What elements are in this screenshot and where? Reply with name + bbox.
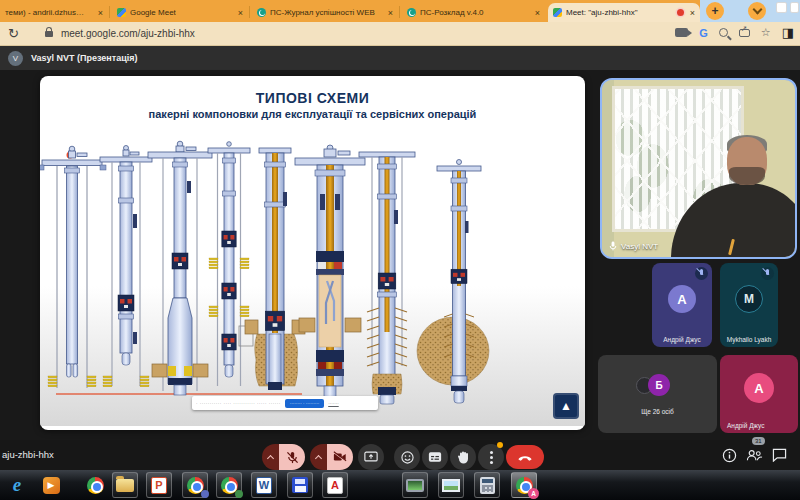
taskbar-save-app[interactable] <box>287 472 313 498</box>
taskbar-explorer[interactable] <box>112 472 138 498</box>
chat-button[interactable] <box>772 448 787 466</box>
taskbar-chrome[interactable] <box>82 472 108 498</box>
presenter-avatar: V <box>8 51 23 66</box>
taskbar-media-player[interactable]: ▶ <box>38 472 64 498</box>
reactions-button[interactable] <box>394 444 420 470</box>
tile-name: Андрій Джус <box>652 336 712 343</box>
leave-call-button[interactable] <box>506 445 544 469</box>
maximize-button[interactable] <box>790 2 799 13</box>
taskbar-powerpoint[interactable]: P <box>146 472 172 498</box>
lock-icon <box>45 31 53 37</box>
taskbar-word[interactable]: W <box>251 472 277 498</box>
close-icon[interactable]: × <box>238 8 243 18</box>
taskbar-chrome-profile-2[interactable] <box>216 472 242 498</box>
tab-google-meet[interactable]: Google Meet × <box>112 3 248 22</box>
camera-control[interactable] <box>310 444 353 470</box>
avatar: А <box>668 285 696 313</box>
participants-button[interactable] <box>746 448 763 466</box>
tab-schedule[interactable]: ПС-Розклад v.4.0 × <box>402 3 545 22</box>
camera-off-icon <box>333 451 347 463</box>
recording-banner: · ··········· ···· ··········· ····· ···… <box>192 396 378 410</box>
tab-label: ПС-Розклад v.4.0 <box>420 8 484 17</box>
tab-label: Google Meet <box>130 8 176 17</box>
mic-off-icon <box>761 267 774 280</box>
floppy-icon <box>292 477 308 493</box>
tab-journal[interactable]: ПС-Журнал успішності WEB × <box>252 3 398 22</box>
meet-control-bar: aju-zhbi-hhx <box>0 440 800 470</box>
tab-label: ПС-Журнал успішності WEB <box>270 8 375 17</box>
close-icon[interactable]: × <box>535 8 540 18</box>
captions-button[interactable] <box>422 444 448 470</box>
mic-off-button[interactable] <box>279 444 305 470</box>
tab-search-button[interactable] <box>748 2 766 20</box>
raise-hand-button[interactable] <box>450 444 476 470</box>
tile-mykhailo-lyakh[interactable]: М Mykhailo Lyakh <box>720 263 778 347</box>
reload-icon[interactable]: ↻ <box>8 26 19 41</box>
screen: теми) - andrii.dzhus@nu × Google Meet × … <box>0 0 800 500</box>
taskbar-calculator[interactable] <box>474 472 500 498</box>
profile-badge: А <box>528 488 539 499</box>
present-button[interactable] <box>358 444 384 470</box>
camera-options-chevron[interactable] <box>310 444 327 470</box>
tab-label: Meet: "aju-zhbi-hhx" <box>566 8 638 17</box>
captions-icon <box>428 451 442 463</box>
side-panel-icon[interactable]: ◨ <box>782 26 794 39</box>
minimize-button[interactable] <box>776 2 787 13</box>
close-icon[interactable]: × <box>388 8 393 18</box>
close-icon[interactable]: × <box>690 8 695 18</box>
mic-options-chevron[interactable] <box>262 444 279 470</box>
monitor-icon <box>406 479 424 492</box>
tile-more-participants[interactable]: Б Ще 26 осіб <box>598 355 717 433</box>
new-tab-button[interactable]: + <box>706 2 724 20</box>
tab-account[interactable]: теми) - andrii.dzhus@nu × <box>0 3 108 22</box>
tab-separator <box>399 6 400 18</box>
mic-icon <box>609 241 617 251</box>
taskbar-photo-viewer[interactable] <box>438 472 464 498</box>
google-icon[interactable]: G <box>699 27 708 39</box>
smiley-icon <box>401 451 414 464</box>
tile-name: Mykhailo Lyakh <box>720 336 778 343</box>
mic-control[interactable] <box>262 444 305 470</box>
powerpoint-icon: P <box>151 477 167 494</box>
shared-slide[interactable]: ТИПОВІ СХЕМИ пакерні компоновки для експ… <box>40 76 585 430</box>
folder-icon <box>116 479 134 492</box>
schedule-favicon <box>407 8 416 17</box>
bookmark-star-icon[interactable]: ☆ <box>761 27 771 38</box>
profile-badge <box>201 490 209 498</box>
people-icon <box>746 448 763 462</box>
spotlight-video-tile[interactable]: Vasyl NVT <box>600 78 797 259</box>
taskbar-acrobat[interactable]: A <box>322 472 348 498</box>
participants-count-badge: 31 <box>752 437 765 445</box>
chat-icon <box>772 448 787 462</box>
tile-andrii-dzhus-1[interactable]: А Андрій Джус <box>652 263 712 347</box>
info-button[interactable] <box>722 448 737 467</box>
tile-name: Андрій Джус <box>727 422 798 429</box>
tab-meet-call-active[interactable]: Meet: "aju-zhbi-hhx" × <box>548 3 700 22</box>
taskbar-display-app[interactable] <box>402 472 428 498</box>
hand-icon <box>457 451 469 464</box>
meet-call-area: V Vasyl NVT (Презентація) ТИПОВІ СХЕМИ п… <box>0 46 800 470</box>
taskbar-chrome-active[interactable]: А <box>511 472 537 498</box>
scroll-top-button[interactable]: ▲ <box>553 393 579 419</box>
taskbar-chrome-profile-1[interactable] <box>182 472 208 498</box>
banner-dismiss-link[interactable]: ······· <box>328 401 339 406</box>
photo-icon <box>442 479 460 492</box>
avatar: М <box>735 285 763 313</box>
presenter-bar: V Vasyl NVT (Презентація) <box>0 46 800 70</box>
acrobat-icon: A <box>327 477 343 494</box>
camera-off-button[interactable] <box>327 444 353 470</box>
banner-primary-button[interactable]: ········ · ········· <box>285 399 324 408</box>
camera-permission-icon[interactable] <box>675 28 688 37</box>
url-text[interactable]: meet.google.com/aju-zhbi-hhx <box>61 28 195 39</box>
zoom-icon[interactable] <box>719 28 728 37</box>
more-count-label: Ще 26 осіб <box>598 408 717 415</box>
slide-title: ТИПОВІ СХЕМИ <box>40 90 585 106</box>
taskbar-ie[interactable]: e <box>4 472 30 498</box>
tile-andrii-dzhus-2[interactable]: А Андрій Джус <box>720 355 798 433</box>
share-icon[interactable] <box>739 29 750 37</box>
mic-off-icon <box>286 451 299 464</box>
close-icon[interactable]: × <box>98 8 103 18</box>
meeting-code: aju-zhbi-hhx <box>2 449 54 460</box>
avatar: А <box>744 373 774 403</box>
chrome-icon <box>87 477 104 494</box>
